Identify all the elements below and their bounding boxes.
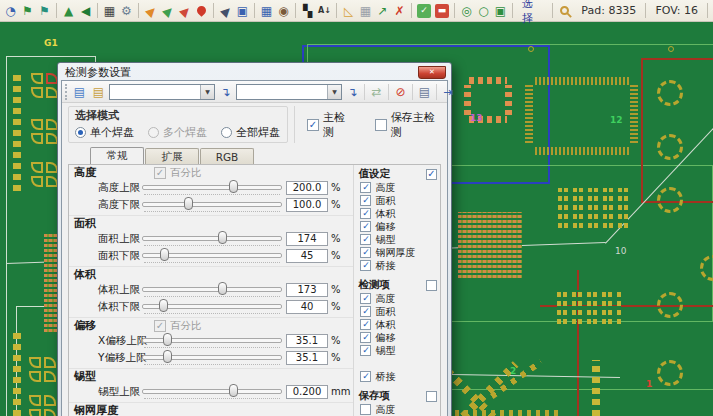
item-checkbox-icon[interactable] [360, 404, 371, 415]
template-combo-1[interactable]: ▼ [109, 84, 215, 100]
record-icon[interactable]: ◎ [458, 2, 475, 19]
save-icon[interactable]: ▤ [416, 83, 433, 100]
chevron-down-icon[interactable]: ▼ [327, 85, 341, 99]
param-value-input[interactable]: 0.200 [286, 385, 328, 399]
main-detect-checkbox[interactable]: ✓ 主检测 [307, 110, 353, 140]
tab-rgb[interactable]: RGB [200, 148, 254, 164]
item-checkbox-icon[interactable]: ✓ [360, 306, 371, 317]
item-checkbox-icon[interactable]: ✓ [360, 208, 371, 219]
pin-red-icon[interactable] [195, 4, 208, 17]
item-checkbox-icon[interactable]: ✓ [360, 195, 371, 206]
param-value-input[interactable]: 45 [286, 249, 328, 263]
check-item-row[interactable]: ✓体积 [358, 207, 437, 220]
check-item-row[interactable]: ✓偏移 [358, 331, 437, 344]
delete-icon[interactable]: ✗ [391, 2, 408, 19]
group-all-checkbox[interactable]: ✓ [426, 169, 437, 180]
slider-thumb[interactable] [163, 333, 172, 346]
tiles-icon[interactable]: ▚ [299, 2, 316, 19]
param-value-input[interactable]: 173 [286, 283, 328, 297]
chart-icon[interactable]: ↗ [374, 2, 391, 19]
circle-tool-icon[interactable]: ○ [475, 2, 492, 19]
check-item-row[interactable]: ✓锡型 [358, 344, 437, 357]
item-checkbox-icon[interactable]: ✓ [360, 260, 371, 271]
item-checkbox-icon[interactable]: ✓ [360, 345, 371, 356]
board-bottom-flag-icon[interactable]: ⚑ [36, 2, 53, 19]
param-value-input[interactable]: 100.0 [286, 198, 328, 212]
check-item-row[interactable]: ✓桥接 [358, 259, 437, 272]
apply-template-2-icon[interactable]: ↴ [344, 83, 361, 100]
param-slider[interactable] [142, 282, 282, 297]
check-item-row[interactable]: 高度 [358, 403, 437, 416]
save-main-detect-checkbox[interactable]: 保存主检测 [375, 110, 441, 140]
check-item-row[interactable]: ✓桥接 [358, 370, 437, 383]
check-item-row[interactable]: ✓钢网厚度 [358, 246, 437, 259]
sync-icon[interactable]: ⇄ [368, 83, 385, 100]
magnifier-icon[interactable] [560, 6, 569, 15]
param-value-input[interactable]: 200.0 [286, 181, 328, 195]
slider-thumb[interactable] [163, 350, 172, 363]
check-item-row[interactable]: ✓面积 [358, 305, 437, 318]
percent-checkbox[interactable]: ✓ [154, 320, 166, 332]
mesh-icon[interactable]: ▦ [357, 2, 374, 19]
percent-checkbox[interactable]: ✓ [154, 167, 166, 179]
param-slider[interactable] [142, 248, 282, 263]
item-checkbox-icon[interactable]: ✓ [360, 293, 371, 304]
param-slider[interactable] [142, 333, 282, 348]
save-params-icon[interactable]: ▤ [90, 83, 107, 100]
radio-all-pads[interactable]: 全部焊盘 [221, 125, 280, 140]
tools-icon[interactable]: ⚙ [118, 2, 135, 19]
ruler-icon[interactable]: ◺ [340, 2, 357, 19]
dart-red-icon[interactable]: ▶ [172, 0, 196, 23]
param-value-input[interactable]: 40 [286, 300, 328, 314]
template-combo-2[interactable]: ▼ [236, 84, 342, 100]
apply-template-1-icon[interactable]: ↴ [217, 83, 234, 100]
group-all-checkbox[interactable] [426, 280, 437, 291]
tab-extended[interactable]: 扩展 [145, 148, 199, 164]
param-slider[interactable] [142, 197, 282, 212]
board-top-flag-icon[interactable]: ⚑ [19, 2, 36, 19]
param-slider[interactable] [142, 180, 282, 195]
slider-thumb[interactable] [229, 384, 238, 397]
group-all-checkbox[interactable] [426, 391, 437, 402]
square-tool-icon[interactable]: ▣ [492, 2, 509, 19]
param-slider[interactable] [142, 231, 282, 246]
param-value-input[interactable]: 174 [286, 232, 328, 246]
check-item-row[interactable]: ✓高度 [358, 181, 437, 194]
slider-thumb[interactable] [159, 299, 168, 312]
item-checkbox-icon[interactable]: ✓ [360, 319, 371, 330]
slider-thumb[interactable] [218, 282, 227, 295]
select-button[interactable]: 选择 [516, 0, 549, 26]
check-item-row[interactable]: ✓锡型 [358, 233, 437, 246]
cancel-icon[interactable]: ⊘ [392, 83, 409, 100]
item-checkbox-icon[interactable]: ✓ [360, 247, 371, 258]
radio-single-pad[interactable]: 单个焊盘 [75, 125, 134, 140]
grid-view-icon[interactable]: ▦ [258, 2, 275, 19]
param-value-input[interactable]: 35.1 [286, 351, 328, 365]
history-icon[interactable]: ◔ [2, 2, 19, 19]
check-item-row[interactable]: ✓体积 [358, 318, 437, 331]
cone-icon[interactable]: ◀ [77, 2, 94, 19]
item-checkbox-icon[interactable]: ✓ [360, 182, 371, 193]
chevron-down-icon[interactable]: ▼ [200, 85, 214, 99]
item-checkbox-icon[interactable]: ✓ [360, 332, 371, 343]
slider-thumb[interactable] [184, 197, 193, 210]
exit-icon[interactable]: ⇥ [440, 83, 457, 100]
toolbar-grip[interactable] [65, 84, 67, 100]
param-value-input[interactable]: 35.1 [286, 334, 328, 348]
item-checkbox-icon[interactable]: ✓ [360, 371, 371, 382]
slider-thumb[interactable] [229, 180, 238, 193]
check-item-row[interactable]: ✓高度 [358, 292, 437, 305]
check-item-row[interactable]: ✓面积 [358, 194, 437, 207]
close-button[interactable]: ✕ [418, 66, 446, 79]
dialog-titlebar[interactable]: 检测参数设置 ✕ [61, 63, 448, 80]
stop-icon[interactable]: ▬ [435, 4, 449, 18]
item-checkbox-icon[interactable]: ✓ [360, 221, 371, 232]
tab-general[interactable]: 常规 [90, 147, 144, 164]
confirm-icon[interactable]: ✓ [417, 4, 431, 18]
load-params-icon[interactable]: ▤ [71, 83, 88, 100]
param-slider[interactable] [142, 384, 282, 399]
camera-icon[interactable]: ◉ [275, 2, 292, 19]
sort-az-icon[interactable]: A↓ [316, 2, 333, 19]
prism-icon[interactable]: ▲ [60, 2, 77, 19]
image-icon[interactable]: ▦ [101, 2, 118, 19]
